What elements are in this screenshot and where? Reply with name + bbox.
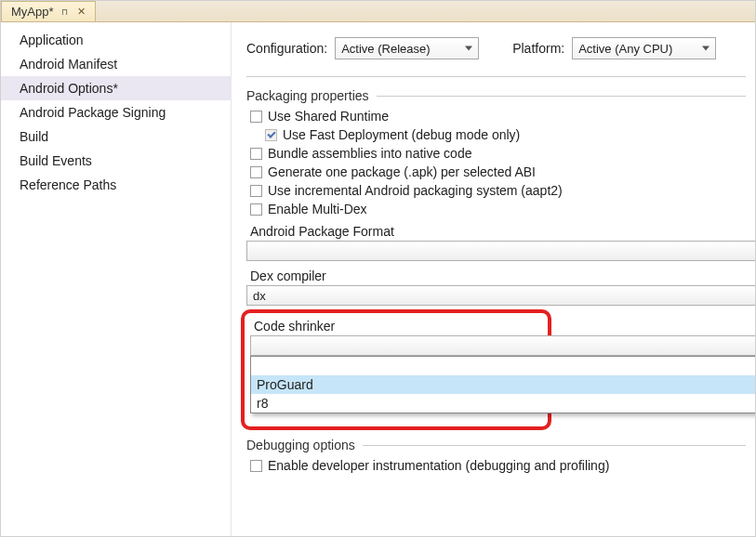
checkbox-icon[interactable] [250, 185, 262, 197]
sidebar-item-android-options[interactable]: Android Options* [1, 76, 231, 100]
checkbox-icon[interactable] [250, 460, 262, 472]
sidebar-item-build[interactable]: Build [1, 124, 231, 149]
divider [246, 76, 746, 77]
sidebar-item-reference-paths[interactable]: Reference Paths [1, 173, 231, 197]
dex-compiler-select[interactable]: dx [246, 285, 755, 306]
dropdown-option-proguard[interactable]: ProGuard [251, 375, 755, 394]
checkbox-icon[interactable] [250, 203, 262, 216]
tab-title: MyApp* [11, 5, 54, 19]
checkbox-icon[interactable] [265, 129, 277, 141]
shared-runtime-row[interactable]: Use Shared Runtime [250, 109, 746, 124]
dropdown-option-r8[interactable]: r8 [251, 394, 755, 413]
sidebar: Application Android Manifest Android Opt… [1, 22, 232, 537]
checkbox-icon[interactable] [250, 148, 262, 160]
multidex-row[interactable]: Enable Multi-Dex [250, 202, 746, 216]
content-wrap: Application Android Manifest Android Opt… [1, 22, 755, 537]
pin-icon[interactable]: ⊓ [60, 7, 70, 17]
package-format-label: Android Package Format [250, 224, 746, 239]
one-per-abi-row[interactable]: Generate one package (.apk) per selected… [250, 164, 746, 179]
sidebar-item-package-signing[interactable]: Android Package Signing [1, 100, 231, 124]
sidebar-item-build-events[interactable]: Build Events [1, 149, 231, 173]
code-shrinker-dropdown-list: ProGuard r8 [250, 356, 755, 413]
tab-bar: MyApp* ⊓ ✕ [1, 1, 755, 22]
code-shrinker-select[interactable] [250, 335, 755, 356]
dex-compiler-label: Dex compiler [250, 268, 746, 283]
configuration-select[interactable]: Active (Release) [335, 37, 479, 59]
config-row: Configuration: Active (Release) Platform… [246, 37, 746, 59]
platform-select[interactable]: Active (Any CPU) [572, 37, 716, 59]
sidebar-item-application[interactable]: Application [1, 28, 231, 52]
dev-instrumentation-row[interactable]: Enable developer instrumentation (debugg… [250, 458, 746, 473]
main-panel: Configuration: Active (Release) Platform… [232, 22, 755, 537]
sidebar-item-manifest[interactable]: Android Manifest [1, 52, 231, 76]
configuration-label: Configuration: [246, 41, 327, 56]
close-icon[interactable]: ✕ [75, 7, 87, 17]
package-format-select[interactable] [246, 241, 755, 261]
bundle-native-row[interactable]: Bundle assemblies into native code [250, 146, 746, 161]
checkbox-icon[interactable] [250, 111, 262, 123]
document-tab[interactable]: MyApp* ⊓ ✕ [1, 1, 96, 21]
highlight-annotation: Code shrinker ProGuard r8 [241, 309, 551, 430]
packaging-group-header: Packaging properties [246, 88, 746, 103]
aapt2-row[interactable]: Use incremental Android packaging system… [250, 183, 746, 198]
debugging-group-header: Debugging options [246, 438, 746, 452]
fast-deployment-row[interactable]: Use Fast Deployment (debug mode only) [265, 127, 746, 142]
checkbox-icon[interactable] [250, 166, 262, 178]
dropdown-option-blank[interactable] [251, 357, 755, 375]
code-shrinker-label: Code shrinker [254, 319, 542, 334]
platform-label: Platform: [512, 41, 564, 56]
